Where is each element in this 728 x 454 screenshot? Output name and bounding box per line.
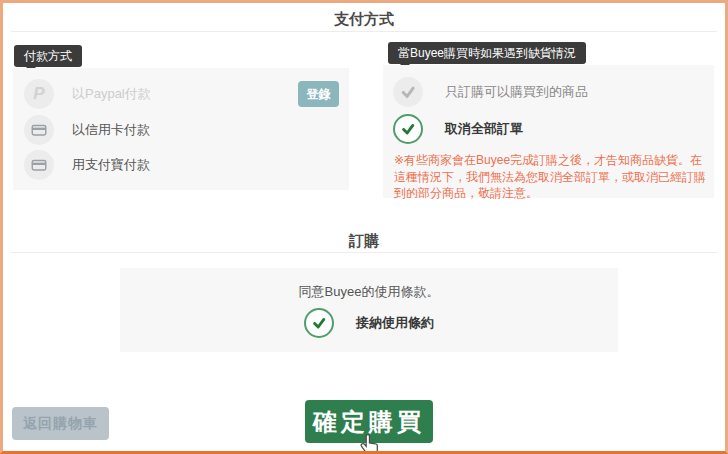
terms-accept-option[interactable]: 接納使用條約: [120, 308, 618, 338]
payment-option-label: 以Paypal付款: [72, 85, 151, 103]
payment-option-alipay[interactable]: 用支付寶付款: [24, 150, 150, 180]
check-icon-selected: [393, 114, 423, 144]
order-divider: [11, 252, 717, 253]
stock-option-partial[interactable]: 只訂購可以購買到的商品: [393, 77, 588, 107]
checkout-page: 支付方式 付款方式 P 以Paypal付款 登錄 以信用卡付款: [0, 0, 728, 454]
alipay-card-icon: [24, 150, 54, 180]
stock-options-panel: 只訂購可以購買到的商品 取消全部訂單 ※有些商家會在Buyee完成訂購之後，才告…: [383, 65, 714, 198]
payment-option-label: 用支付寶付款: [72, 156, 150, 174]
terms-agreement-box: 同意Buyee的使用條款。 接納使用條約: [120, 268, 618, 352]
stock-warning-note: ※有些商家會在Buyee完成訂購之後，才告知商品缺貨。在這種情況下，我們無法為您…: [394, 152, 706, 202]
credit-card-icon: [24, 115, 54, 145]
payment-option-label: 以信用卡付款: [72, 121, 150, 139]
stock-options-tooltip: 當Buyee購買時如果遇到缺貨情況: [388, 42, 586, 64]
terms-agree-text: 同意Buyee的使用條款。: [120, 283, 618, 301]
payment-methods-panel: P 以Paypal付款 登錄 以信用卡付款 用支付寶付款: [13, 68, 349, 190]
paypal-icon: P: [24, 79, 54, 109]
order-section-title: 訂購: [3, 232, 725, 251]
stock-option-label: 取消全部訂單: [445, 120, 523, 138]
payment-methods-tooltip: 付款方式: [14, 45, 82, 67]
payment-option-paypal[interactable]: P 以Paypal付款 登錄: [24, 79, 339, 109]
back-to-cart-button[interactable]: 返回購物車: [12, 407, 109, 440]
terms-accept-label: 接納使用條約: [356, 314, 434, 332]
check-icon-unselected: [393, 77, 423, 107]
stock-option-cancel-all[interactable]: 取消全部訂單: [393, 114, 523, 144]
page-title: 支付方式: [3, 10, 725, 29]
hand-cursor-icon: [359, 433, 382, 454]
stock-option-label: 只訂購可以購買到的商品: [445, 83, 588, 101]
paypal-login-button[interactable]: 登錄: [298, 81, 339, 107]
check-icon-selected: [304, 308, 334, 338]
header-divider: [11, 31, 717, 32]
payment-option-credit-card[interactable]: 以信用卡付款: [24, 115, 150, 145]
